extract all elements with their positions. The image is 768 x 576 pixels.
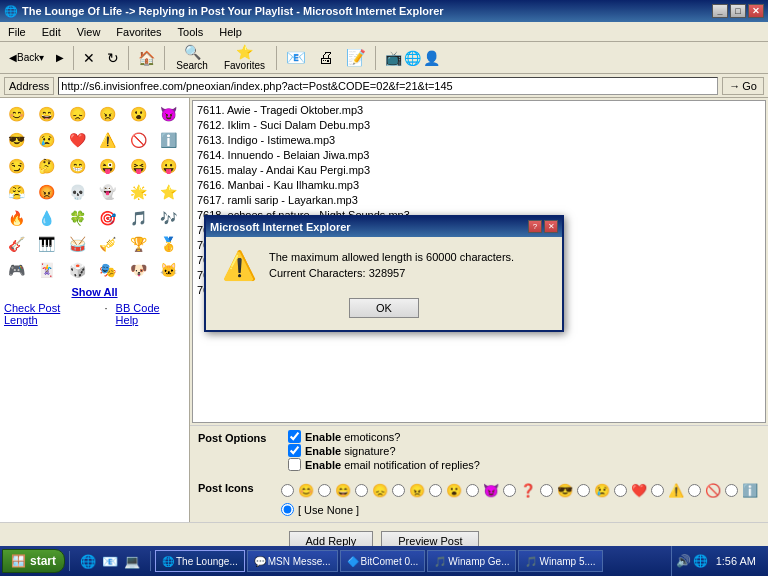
system-tray: 🔊 🌐 1:56 AM [671,546,766,576]
taskbar-item-ie[interactable]: 🌐 The Lounge... [155,550,245,572]
quick-launch: 🌐 📧 💻 [74,551,146,571]
quick-media-icon[interactable]: 📧 [100,551,120,571]
taskbar-sep-2 [150,551,151,571]
start-button[interactable]: 🪟 start [2,549,65,573]
quick-desktop-icon[interactable]: 💻 [122,551,142,571]
taskbar-item-winamp1[interactable]: 🎵 Winamp Ge... [427,550,516,572]
dialog-title-bar: Microsoft Internet Explorer ? ✕ [206,217,562,237]
dialog-close-button[interactable]: ✕ [544,220,558,233]
dialog-controls: ? ✕ [528,220,558,233]
taskbar-sep-1 [69,551,70,571]
tray-icon-1[interactable]: 🔊 [676,554,691,568]
taskbar-item-msn[interactable]: 💬 MSN Messe... [247,550,338,572]
dialog-message: The maximum allowed length is 60000 char… [269,249,546,281]
dialog-title: Microsoft Internet Explorer [210,221,351,233]
dialog-help-button[interactable]: ? [528,220,542,233]
dialog-box: Microsoft Internet Explorer ? ✕ ⚠️ The m… [204,215,564,332]
taskbar-winamp1-icon: 🎵 [434,556,446,567]
tray-icon-2[interactable]: 🌐 [693,554,708,568]
dialog-overlay: Microsoft Internet Explorer ? ✕ ⚠️ The m… [0,0,768,546]
taskbar-ie-icon: 🌐 [162,556,174,567]
taskbar-msn-icon: 💬 [254,556,266,567]
taskbar-winamp2-icon: 🎵 [525,556,537,567]
taskbar-item-winamp2[interactable]: 🎵 Winamp 5.... [518,550,602,572]
system-clock: 1:56 AM [710,555,762,567]
taskbar: 🪟 start 🌐 📧 💻 🌐 The Lounge... 💬 MSN Mess… [0,546,768,576]
taskbar-bitcomet-icon: 🔷 [347,556,359,567]
taskbar-item-bitcomet[interactable]: 🔷 BitComet 0... [340,550,426,572]
quick-ie-icon[interactable]: 🌐 [78,551,98,571]
dialog-buttons: OK [206,294,562,330]
dialog-ok-button[interactable]: OK [349,298,419,318]
taskbar-items: 🌐 The Lounge... 💬 MSN Messe... 🔷 BitCome… [155,550,669,572]
windows-icon: 🪟 [11,554,26,568]
warning-icon: ⚠️ [222,249,257,282]
dialog-content: ⚠️ The maximum allowed length is 60000 c… [206,237,562,294]
